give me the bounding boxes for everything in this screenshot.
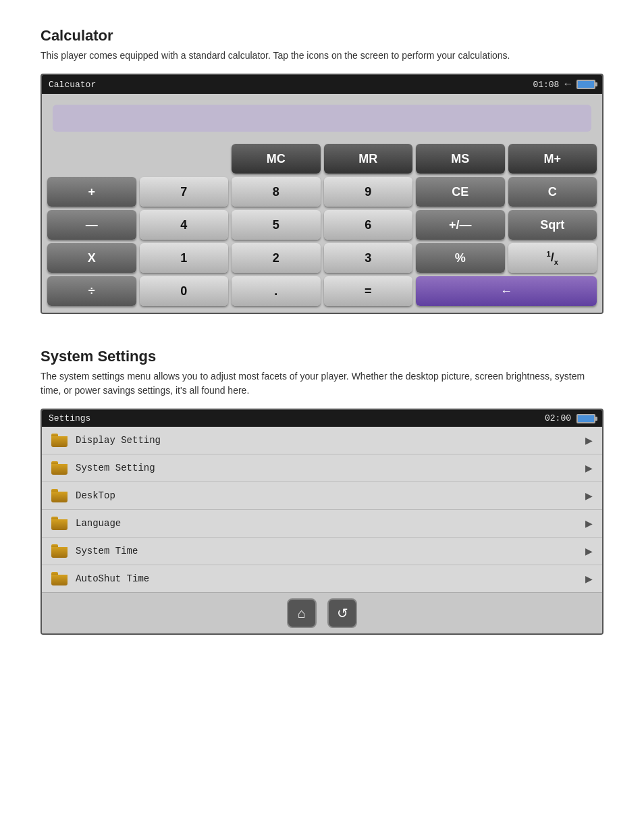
calc-status-right: 01:08 ← [533,78,595,90]
settings-label-system: System Setting [76,463,585,473]
settings-app-title: Settings [49,413,90,423]
calc-five-button[interactable]: 5 [232,210,321,240]
calc-zero-button[interactable]: 0 [140,276,229,306]
calc-one-button[interactable]: 1 [140,243,229,273]
calc-row4: ÷ 0 . = ← [47,276,597,306]
settings-item-language[interactable]: Language ▶ [42,510,602,538]
settings-status-right: 02:00 [545,413,595,423]
calc-divide-button[interactable]: ÷ [47,276,136,306]
calc-two-button[interactable]: 2 [232,243,321,273]
calc-ce-button[interactable]: CE [416,177,505,207]
folder-icon-desktop [51,489,68,502]
settings-label-autoshut: AutoShut Time [76,573,585,584]
calc-plus-button[interactable]: + [47,177,136,207]
calc-multiply-button[interactable]: X [47,243,136,273]
calc-sqrt-button[interactable]: Sqrt [508,210,597,240]
settings-item-desktop[interactable]: DeskTop ▶ [42,482,602,510]
settings-item-system[interactable]: System Setting ▶ [42,454,602,482]
calc-row1: + 7 8 9 CE C [47,177,597,207]
settings-label-language: Language [76,518,585,529]
calc-battery-icon [576,80,595,89]
home-icon: ⌂ [298,606,306,621]
calc-three-button[interactable]: 3 [324,243,413,273]
settings-arrow-display: ▶ [585,435,593,446]
calc-row3: X 1 2 3 % 1/x [47,243,597,273]
calculator-title: Calculator [41,27,603,45]
settings-arrow-autoshut: ▶ [585,573,593,584]
settings-device: Settings 02:00 Display Setting ▶ System … [41,409,603,635]
calc-seven-button[interactable]: 7 [140,177,229,207]
settings-status-bar: Settings 02:00 [42,410,602,427]
calc-decimal-button[interactable]: . [232,276,321,306]
calc-app-title: Calcuator [49,80,96,90]
calc-buttons-area: MC MR MS M+ + 7 8 9 CE C — 4 5 6 +/— Sqr… [42,140,602,313]
calc-nine-button[interactable]: 9 [324,177,413,207]
calculator-desc: This player comes equipped with a standa… [41,49,603,63]
folder-icon-display [51,434,68,447]
folder-icon-system [51,461,68,475]
calculator-device: Calcuator 01:08 ← MC MR MS M+ + 7 8 9 CE… [41,74,603,314]
folder-icon-language [51,517,68,530]
settings-label-display: Display Setting [76,435,585,446]
calc-c-button[interactable]: C [508,177,597,207]
calc-mr-button[interactable]: MR [324,144,413,174]
settings-arrow-language: ▶ [585,518,593,529]
calc-mplus-button[interactable]: M+ [508,144,597,174]
calc-row2: — 4 5 6 +/— Sqrt [47,210,597,240]
calculator-status-bar: Calcuator 01:08 ← [42,75,602,94]
calc-minus-button[interactable]: — [47,210,136,240]
calc-plusminus-button[interactable]: +/— [416,210,505,240]
reciprocal-label: 1/x [547,250,558,266]
nav-refresh-button[interactable]: ↺ [327,598,357,628]
settings-arrow-systemtime: ▶ [585,546,593,556]
calc-memory-row: MC MR MS M+ [47,144,597,174]
folder-icon-systemtime [51,544,68,558]
calc-empty-2 [140,144,229,174]
settings-item-autoshut[interactable]: AutoShut Time ▶ [42,565,602,592]
calc-display [53,105,591,132]
settings-item-display[interactable]: Display Setting ▶ [42,427,602,454]
folder-icon-autoshut [51,572,68,585]
settings-title: System Settings [41,348,603,365]
settings-arrow-desktop: ▶ [585,490,593,501]
settings-desc: The system settings menu allows you to a… [41,369,603,398]
calc-six-button[interactable]: 6 [324,210,413,240]
nav-home-button[interactable]: ⌂ [287,598,317,628]
settings-item-systemtime[interactable]: System Time ▶ [42,538,602,565]
refresh-icon: ↺ [337,605,348,621]
calc-eight-button[interactable]: 8 [232,177,321,207]
calc-equals-button[interactable]: = [324,276,413,306]
calc-empty-1 [47,144,136,174]
settings-arrow-system: ▶ [585,463,593,473]
calc-back-icon[interactable]: ← [564,78,571,90]
calc-backspace-button[interactable]: ← [416,276,597,306]
calc-time: 01:08 [533,80,559,90]
settings-list: Display Setting ▶ System Setting ▶ DeskT… [42,427,602,592]
settings-time: 02:00 [545,413,571,423]
calc-four-button[interactable]: 4 [140,210,229,240]
settings-label-desktop: DeskTop [76,490,585,501]
settings-label-systemtime: System Time [76,546,585,556]
calc-ms-button[interactable]: MS [416,144,505,174]
calc-percent-button[interactable]: % [416,243,505,273]
settings-battery-icon [576,414,595,423]
calc-mc-button[interactable]: MC [232,144,321,174]
settings-bottom-nav: ⌂ ↺ [42,592,602,633]
calc-reciprocal-button[interactable]: 1/x [508,243,597,273]
